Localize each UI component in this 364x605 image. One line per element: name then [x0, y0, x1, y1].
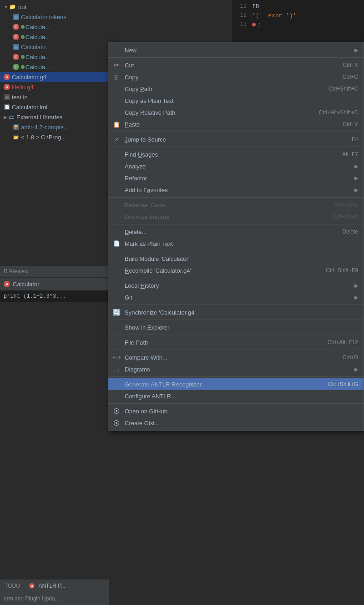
info-icon: I: [13, 64, 19, 70]
tree-item-test-in[interactable]: ▦ test.in: [0, 92, 109, 102]
submenu-arrow: ▶: [354, 47, 358, 53]
line-number: 12: [236, 12, 247, 19]
tree-item-antlr-jar[interactable]: 📦 antlr-4.7-comple...: [0, 122, 109, 132]
status-text: orm and Plugin Upda...: [4, 595, 60, 602]
link-icon: [21, 25, 25, 29]
preview-tab[interactable]: R Preview: [0, 266, 109, 277]
menu-item-file-path[interactable]: File Path Ctrl+Alt+F12: [108, 336, 364, 348]
menu-item-configure-antlr[interactable]: Configure ANTLR...: [108, 390, 364, 402]
menu-label-compare-with: Compare With...: [125, 354, 334, 361]
shortcut-reformat: Ctrl+Alt+L: [334, 202, 358, 208]
menu-item-copy-relative[interactable]: Copy Relative Path Ctrl+Alt+Shift+C: [108, 107, 364, 118]
tree-item-calcula-java[interactable]: C Calcula...: [0, 32, 109, 42]
menu-item-add-favorites[interactable]: Add to Favorites ▶: [108, 184, 364, 196]
bottom-status-bar: orm and Plugin Upda...: [0, 592, 109, 605]
menu-item-optimize[interactable]: Optimize Imports Ctrl+Alt+O: [108, 211, 364, 223]
submenu-arrow: ▶: [354, 175, 358, 181]
menu-item-reformat[interactable]: Reformat Code Ctrl+Alt+L: [108, 199, 364, 211]
code-line-13: 13 ;: [236, 20, 360, 29]
iml-icon: 📄: [4, 104, 10, 110]
antlr-icon: A: [4, 74, 10, 80]
link-icon: [21, 65, 25, 69]
tree-label: Calcula...: [25, 24, 50, 31]
menu-item-copy[interactable]: ⎘ Copy Ctrl+C: [108, 71, 364, 83]
tree-label-antlr-jar: antlr-4.7-comple...: [21, 124, 69, 131]
shortcut-file-path: Ctrl+Alt+F12: [328, 339, 358, 346]
menu-item-jump-source[interactable]: ↗ Jump to Source F4: [108, 133, 364, 145]
preview-code: print (1.1+2.3*3...: [0, 290, 109, 302]
submenu-arrow: ▶: [354, 283, 358, 289]
tree-item-calculator-g4[interactable]: A Calculator.g4: [0, 72, 109, 82]
menu-label-cut: Cut: [125, 62, 334, 69]
bottom-tabs: TODO A ANTLR P...: [0, 580, 109, 592]
menu-label-build-module: Build Module 'Calculator': [125, 255, 358, 262]
tree-item-calcula-interp2[interactable]: C Calcula...: [0, 52, 109, 62]
expand-arrow: ▼: [4, 5, 8, 10]
menu-item-find-usages[interactable]: Find Usages Alt+F7: [108, 148, 364, 160]
menu-item-paste[interactable]: 📋 Paste Ctrl+V: [108, 118, 364, 130]
preview-tab-label: R Preview: [4, 268, 29, 275]
menu-item-delete[interactable]: Delete... Delete: [108, 226, 364, 238]
antlr-icon: A: [4, 84, 10, 90]
menu-item-diagrams[interactable]: ⬚ Diagrams ▶: [108, 363, 364, 375]
menu-item-recompile[interactable]: Recompile 'Calculator.g4' Ctrl+Shift+F9: [108, 264, 364, 276]
menu-label-analyze: Analyze: [125, 163, 351, 170]
menu-item-refactor[interactable]: Refactor ▶: [108, 172, 364, 184]
tree-item-calculator-iml[interactable]: 📄 Calculator.iml: [0, 102, 109, 112]
lib-folder-icon: 🗃: [8, 114, 15, 120]
menu-item-show-explorer[interactable]: Show in Explorer: [108, 321, 364, 333]
menu-item-create-gist[interactable]: ⦿ Create Gist...: [108, 417, 364, 429]
menu-label-open-github: Open on GitHub: [125, 408, 358, 415]
menu-item-mark-plain[interactable]: 📄 Mark as Plain Text: [108, 238, 364, 249]
menu-item-synchronize[interactable]: 🔄 Synchronize 'Calculator.g4': [108, 306, 364, 318]
menu-label-create-gist: Create Gist...: [125, 420, 358, 427]
menu-item-git[interactable]: Git ▶: [108, 291, 364, 303]
code-token: ')': [286, 12, 296, 19]
tree-item-jdk[interactable]: 📂 < 1.8 > C:\Prog...: [0, 132, 109, 142]
menu-item-copy-plain[interactable]: Copy as Plain Text: [108, 95, 364, 107]
menu-item-generate-antlr[interactable]: Generate ANTLR Recognizer Ctrl+Shift+G: [108, 378, 364, 390]
tab-antlr[interactable]: A ANTLR P...: [25, 580, 70, 592]
tree-item-out[interactable]: ▼ 📁 out: [0, 2, 109, 12]
menu-label-local-history: Local History: [125, 282, 351, 289]
collapse-arrow: ▶: [4, 115, 7, 120]
preview-code-text: print (1.1+2.3*3...: [4, 293, 66, 300]
file-icon: ▦: [13, 14, 19, 20]
tree-label: Calcula...: [25, 64, 50, 71]
menu-item-build-module[interactable]: Build Module 'Calculator': [108, 253, 364, 264]
folder-icon: 📁: [9, 3, 16, 10]
tree-item-hello-g4[interactable]: A Hello.g4: [0, 82, 109, 92]
cut-icon: ✂: [112, 61, 121, 70]
tree-item-calcula-interp1[interactable]: C Calcula...: [0, 22, 109, 32]
link-icon: [21, 55, 25, 59]
file-tree: ▼ 📁 out ▦ Calculator.tokens C Calcula...…: [0, 0, 109, 273]
preview-title-bar: A Calculator: [0, 278, 109, 290]
shortcut-compare: Ctrl+D: [343, 354, 358, 361]
menu-label-diagrams: Diagrams: [125, 366, 351, 373]
menu-item-cut[interactable]: ✂ Cut Ctrl+X: [108, 59, 364, 71]
tree-item-calculator-tokens[interactable]: ▦ Calculator.tokens: [0, 12, 109, 22]
gist-icon: ⦿: [112, 418, 121, 427]
menu-label-refactor: Refactor: [125, 175, 351, 182]
copy-icon: ⎘: [112, 72, 121, 81]
tree-item-external-libs[interactable]: ▶ 🗃 External Libraries: [0, 112, 109, 122]
link-icon: [21, 35, 25, 39]
tab-todo[interactable]: TODO: [0, 580, 25, 592]
tree-label: Calculator.tokens: [21, 14, 66, 20]
menu-item-copy-path[interactable]: Copy Path Ctrl+Shift+C: [108, 83, 364, 95]
menu-label-delete: Delete...: [125, 229, 333, 235]
tree-label: Calcula...: [25, 54, 50, 61]
menu-item-open-github[interactable]: ⦿ Open on GitHub: [108, 405, 364, 417]
java-icon: C: [13, 34, 19, 40]
menu-item-analyze[interactable]: Analyze ▶: [108, 160, 364, 172]
menu-item-local-history[interactable]: Local History ▶: [108, 280, 364, 291]
shortcut-copy-path: Ctrl+Shift+C: [329, 86, 358, 92]
tree-item-calculato-tokens[interactable]: ▦ Calculato...: [0, 42, 109, 52]
menu-item-new[interactable]: New ▶: [108, 44, 364, 56]
shortcut-optimize: Ctrl+Alt+O: [333, 214, 358, 220]
tree-item-calcula-info[interactable]: I Calcula...: [0, 62, 109, 72]
sync-icon: 🔄: [112, 308, 121, 317]
menu-item-compare-with[interactable]: ⟺ Compare With... Ctrl+D: [108, 351, 364, 363]
code-editor: 11 ID 12 '(' expr ')' 13 ;: [232, 0, 364, 43]
shortcut-find-usages: Alt+F7: [342, 151, 358, 158]
